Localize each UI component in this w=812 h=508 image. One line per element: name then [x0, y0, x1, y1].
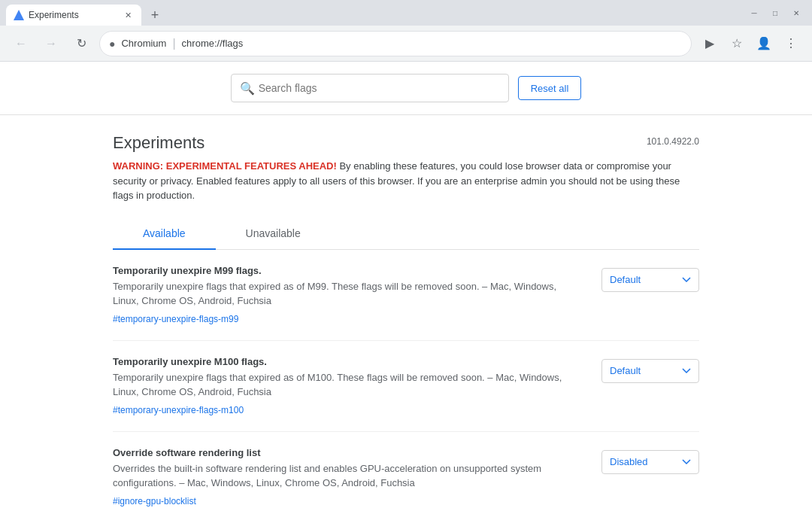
- main-content: Experiments 101.0.4922.0 WARNING: EXPERI…: [83, 115, 729, 508]
- flags-list: Temporarily unexpire M99 flags.Temporari…: [113, 250, 699, 509]
- tab-close-button[interactable]: ✕: [122, 9, 134, 21]
- address-site-label: Chromium: [121, 38, 166, 49]
- new-tab-button[interactable]: +: [144, 5, 165, 26]
- profile-button[interactable]: 👤: [752, 32, 776, 56]
- close-button[interactable]: ✕: [786, 5, 806, 20]
- page-header: Experiments 101.0.4922.0: [113, 133, 699, 153]
- tabs-row: Available Unavailable: [113, 218, 699, 250]
- forward-button[interactable]: →: [39, 32, 63, 56]
- tab-bar: Experiments ✕ +: [6, 0, 744, 26]
- flag-info-2: Override software rendering listOverride…: [113, 447, 583, 507]
- flag-desc-1: Temporarily unexpire flags that expired …: [113, 370, 583, 400]
- tab-unavailable[interactable]: Unavailable: [216, 218, 331, 250]
- flag-desc-0: Temporarily unexpire flags that expired …: [113, 279, 583, 309]
- search-icon: 🔍: [240, 81, 255, 96]
- flag-link-0[interactable]: #temporary-unexpire-flags-m99: [113, 314, 238, 324]
- address-url: chrome://flags: [182, 38, 244, 49]
- lock-icon: ●: [109, 38, 115, 50]
- menu-button[interactable]: ⋮: [779, 32, 803, 56]
- flag-select-2[interactable]: DefaultEnabledDisabled: [601, 450, 699, 474]
- flag-info-1: Temporarily unexpire M100 flags.Temporar…: [113, 356, 583, 416]
- search-container: 🔍: [231, 74, 509, 102]
- search-bar-row: 🔍 Reset all: [0, 62, 812, 115]
- reload-button[interactable]: ↻: [69, 32, 93, 56]
- flag-control-2: DefaultEnabledDisabled: [601, 450, 699, 474]
- reset-all-button[interactable]: Reset all: [518, 76, 582, 100]
- tab-available[interactable]: Available: [113, 218, 216, 250]
- warning-prefix: WARNING: EXPERIMENTAL FEATURES AHEAD!: [113, 160, 337, 172]
- flag-item: Override software rendering listOverride…: [113, 432, 699, 509]
- warning-paragraph: WARNING: EXPERIMENTAL FEATURES AHEAD! By…: [113, 159, 699, 203]
- title-bar: Experiments ✕ + ─ □ ✕: [0, 0, 812, 26]
- browser-frame: Experiments ✕ + ─ □ ✕ ← → ↻ ● Chromium |…: [0, 0, 812, 508]
- nav-actions: ▶ ☆ 👤 ⋮: [698, 32, 803, 56]
- flag-link-2[interactable]: #ignore-gpu-blocklist: [113, 496, 196, 506]
- flag-link-1[interactable]: #temporary-unexpire-flags-m100: [113, 405, 244, 415]
- version-text: 101.0.4922.0: [647, 136, 699, 147]
- bookmark-button[interactable]: ☆: [725, 32, 749, 56]
- flag-select-0[interactable]: DefaultEnabledDisabled: [601, 268, 699, 292]
- flag-name-1: Temporarily unexpire M100 flags.: [113, 356, 583, 367]
- search-input[interactable]: [231, 74, 509, 102]
- address-bar[interactable]: ● Chromium | chrome://flags: [99, 31, 692, 56]
- cast-button[interactable]: ▶: [698, 32, 722, 56]
- maximize-button[interactable]: □: [765, 5, 785, 20]
- flag-name-0: Temporarily unexpire M99 flags.: [113, 265, 583, 276]
- flag-info-0: Temporarily unexpire M99 flags.Temporari…: [113, 265, 583, 325]
- back-button[interactable]: ←: [9, 32, 33, 56]
- flag-name-2: Override software rendering list: [113, 447, 583, 458]
- page-title: Experiments: [113, 133, 205, 153]
- flag-item: Temporarily unexpire M100 flags.Temporar…: [113, 341, 699, 432]
- window-controls: ─ □ ✕: [744, 5, 806, 20]
- address-separator: |: [172, 37, 175, 50]
- minimize-button[interactable]: ─: [744, 5, 764, 20]
- tab-favicon: [14, 10, 24, 20]
- tab-title: Experiments: [29, 10, 117, 20]
- page-content: 🔍 Reset all Experiments 101.0.4922.0 WAR…: [0, 62, 812, 508]
- browser-tab-active[interactable]: Experiments ✕: [6, 5, 141, 26]
- flag-control-1: DefaultEnabledDisabled: [601, 359, 699, 383]
- flag-select-1[interactable]: DefaultEnabledDisabled: [601, 359, 699, 383]
- flag-desc-2: Overrides the built-in software renderin…: [113, 461, 583, 491]
- flag-control-0: DefaultEnabledDisabled: [601, 268, 699, 292]
- nav-bar: ← → ↻ ● Chromium | chrome://flags ▶ ☆ 👤 …: [0, 26, 812, 62]
- flag-item: Temporarily unexpire M99 flags.Temporari…: [113, 250, 699, 341]
